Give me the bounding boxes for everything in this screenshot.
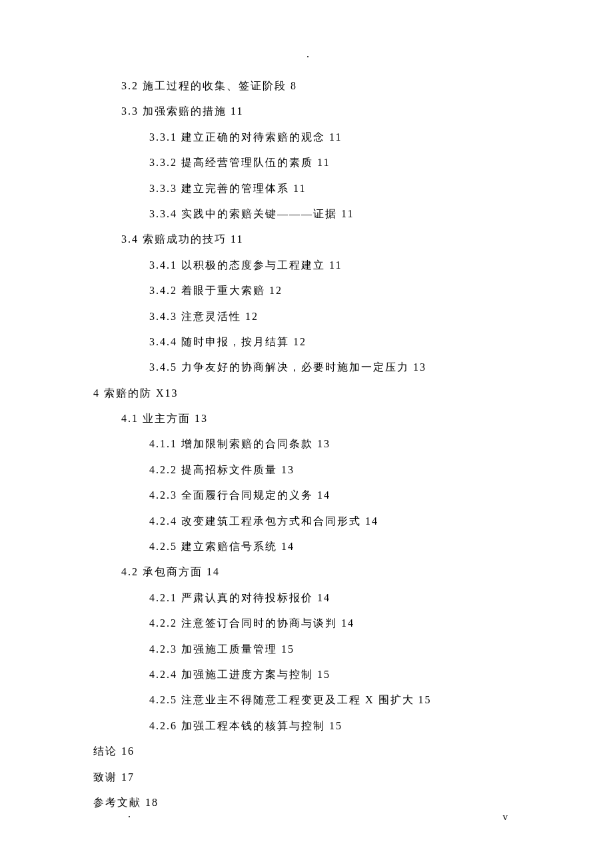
toc-entry: 3.3.3 建立完善的管理体系 11	[149, 176, 520, 201]
toc-entry: 4.2.2 提高招标文件质量 13	[149, 457, 520, 483]
toc-entry: 致谢 17	[93, 765, 520, 790]
toc-entry: 4.1.1 增加限制索赔的合同条款 13	[149, 431, 520, 457]
footer-dot: .	[128, 808, 131, 820]
toc-entry: 3.4.1 以积极的态度参与工程建立 11	[149, 253, 520, 278]
toc-entry: 4.1 业主方面 13	[121, 406, 520, 431]
toc-entry: 参考文献 18	[93, 790, 520, 815]
toc-entry: 3.4.2 着眼于重大索赔 12	[149, 278, 520, 303]
toc-entry: 3.4.3 注意灵活性 12	[149, 304, 520, 329]
toc-entry: 4.2.5 注意业主不得随意工程变更及工程 X 围扩大 15	[149, 687, 520, 713]
toc-entry: 4.2.1 严肃认真的对待投标报价 14	[149, 585, 520, 611]
toc-entry: 3.3.2 提高经营管理队伍的素质 11	[149, 150, 520, 175]
toc-entry: 4 索赔的防 X13	[93, 381, 520, 406]
toc-entry: 4.2.6 加强工程本钱的核算与控制 15	[149, 713, 520, 739]
toc-entry: 4.2.4 加强施工进度方案与控制 15	[149, 662, 520, 687]
toc-entry: 3.3.1 建立正确的对待索赔的观念 11	[149, 125, 520, 150]
toc-entry: 4.2.4 改变建筑工程承包方式和合同形式 14	[149, 509, 520, 534]
toc-entry: 4.2 承包商方面 14	[121, 559, 520, 585]
toc-entry: 3.2 施工过程的收集、签证阶段 8	[121, 73, 520, 99]
toc-entry: 4.2.3 全面履行合同规定的义务 14	[149, 483, 520, 508]
toc-entry: 3.4.4 随时申报，按月结算 12	[149, 329, 520, 355]
toc-entry: 3.4.5 力争友好的协商解决，必要时施加一定压力 13	[149, 355, 520, 380]
toc-entry: 4.2.3 加强施工质量管理 15	[149, 637, 520, 662]
toc-entry: 3.3.4 实践中的索赔关键———证据 11	[149, 201, 520, 227]
toc-entry: 4.2.5 建立索赔信号系统 14	[149, 534, 520, 559]
header-dot: .	[306, 48, 309, 60]
toc-container: 3.2 施工过程的收集、签证阶段 83.3 加强索赔的措施 113.3.1 建立…	[0, 0, 613, 815]
toc-entry: 3.3 加强索赔的措施 11	[121, 99, 520, 124]
page-number: v	[503, 811, 508, 823]
toc-entry: 3.4 索赔成功的技巧 11	[121, 227, 520, 252]
toc-entry: 结论 16	[93, 739, 520, 764]
toc-entry: 4.2.2 注意签订合同时的协商与谈判 14	[149, 611, 520, 636]
